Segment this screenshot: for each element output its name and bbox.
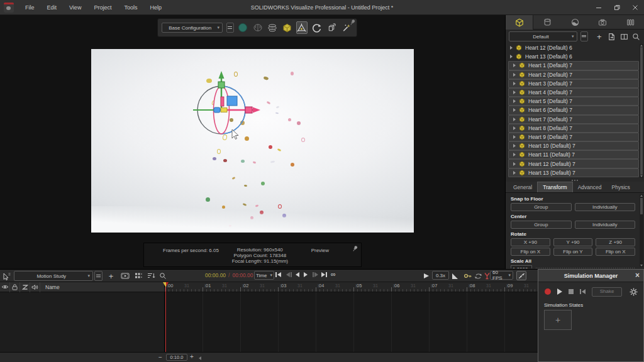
pin-icon[interactable] <box>350 19 355 26</box>
expand-caret-icon[interactable] <box>513 171 516 175</box>
select-keyframes-icon[interactable] <box>1 271 12 281</box>
menu-item[interactable]: View <box>63 0 87 15</box>
loop-playback-icon[interactable]: ∞ <box>331 270 336 278</box>
go-to-start-button[interactable] <box>275 272 281 277</box>
properties-tab[interactable]: General <box>508 182 537 192</box>
playback-speed-field[interactable]: 0.3x <box>432 271 449 280</box>
model-tree-item[interactable]: Heart 2 (Default) 7 <box>508 70 639 79</box>
play-simulation-button[interactable] <box>557 288 562 295</box>
gizmo-y-handle[interactable] <box>218 82 225 88</box>
libraries-tab-icon[interactable] <box>616 15 644 30</box>
zoom-in-button[interactable]: + <box>190 353 194 360</box>
keyframe-key-icon[interactable] <box>462 271 473 281</box>
menu-item[interactable]: Tools <box>118 0 143 15</box>
appearances-tab-icon[interactable] <box>533 15 561 30</box>
model-cube-icon[interactable] <box>282 21 292 34</box>
model-tree-item[interactable]: Heart 9 (Default) 7 <box>508 133 639 141</box>
properties-tab[interactable]: Physics <box>606 182 635 192</box>
menu-item[interactable]: File <box>19 0 41 15</box>
record-button[interactable] <box>545 288 551 295</box>
model-tree-item[interactable]: Heart 12 (Default) 7 <box>508 159 639 168</box>
model-tree-item[interactable]: Heart 1 (Default) 7 <box>508 61 639 70</box>
expand-caret-icon[interactable] <box>513 90 516 94</box>
go-to-end-button[interactable] <box>321 272 327 277</box>
expand-caret-icon[interactable] <box>513 144 516 148</box>
configuration-menu-button[interactable] <box>226 23 234 33</box>
sort-order-icon[interactable] <box>146 271 157 281</box>
transform-gizmo-icon[interactable] <box>296 21 308 34</box>
stop-simulation-button[interactable] <box>569 289 574 294</box>
model-tree-item[interactable]: Heart 7 (Default) 7 <box>508 115 639 124</box>
transform-button[interactable]: Individually <box>575 203 636 211</box>
add-motion-study-button[interactable]: + <box>106 271 116 281</box>
transform-button[interactable]: Flip on Y <box>553 248 593 256</box>
environments-tab-icon[interactable] <box>561 15 589 30</box>
properties-scrollbar[interactable] <box>640 194 643 267</box>
model-set-menu-button[interactable] <box>580 31 588 41</box>
playhead[interactable] <box>165 282 166 352</box>
model-tree-item[interactable]: Heart 10 (Default) 7 <box>508 141 639 150</box>
split-view-icon[interactable] <box>619 31 629 41</box>
motion-study-dropdown[interactable]: Motion Study ▾ <box>14 271 93 281</box>
step-forward-button[interactable] <box>313 272 318 277</box>
playback-range-icon[interactable] <box>424 273 429 278</box>
expand-caret-icon[interactable] <box>513 135 516 139</box>
model-tree-item[interactable]: Heart 12 (Default) 6 <box>506 43 639 52</box>
expand-caret-icon[interactable] <box>513 153 516 156</box>
shake-button[interactable]: Shake <box>592 287 622 297</box>
model-tree-item[interactable]: Heart 3 (Default) 7 <box>508 79 639 88</box>
lock-icon[interactable] <box>10 282 20 292</box>
transform-button[interactable]: Flip on X <box>511 248 550 256</box>
properties-tab[interactable]: Transform <box>537 182 572 192</box>
scale-value-field[interactable]: 1.0000 <box>511 265 532 268</box>
expand-caret-icon[interactable] <box>513 108 516 112</box>
add-simulation-state-button[interactable]: + <box>544 310 572 330</box>
expand-caret-icon[interactable] <box>510 46 513 50</box>
pin-icon[interactable] <box>352 245 358 252</box>
expand-caret-icon[interactable] <box>510 55 513 58</box>
gizmo-y-arrow[interactable] <box>219 71 225 79</box>
expand-caret-icon[interactable] <box>513 82 516 85</box>
menu-item[interactable]: Edit <box>41 0 64 15</box>
transform-gizmo[interactable] <box>177 66 265 160</box>
fps-dropdown[interactable]: 60 FPS ▾ <box>490 271 513 280</box>
viewport-3d[interactable] <box>91 49 414 233</box>
scale-cube-icon[interactable] <box>326 21 336 34</box>
close-icon[interactable]: × <box>635 271 640 280</box>
gizmo-center-handle[interactable] <box>221 108 227 112</box>
model-tree-item[interactable]: Heart 13 (Default) 6 <box>506 52 639 61</box>
rotate-icon[interactable] <box>311 21 322 34</box>
model-tree-item[interactable]: Heart 5 (Default) 7 <box>508 97 639 106</box>
timeline-duration-field[interactable]: 0:10.0 <box>166 354 187 361</box>
models-tab-icon[interactable] <box>506 15 533 30</box>
transform-button[interactable]: Individually <box>575 221 636 229</box>
render-animation-icon[interactable] <box>119 271 130 281</box>
close-button[interactable] <box>626 0 644 15</box>
model-tree-item[interactable]: Heart 13 (Default) 7 <box>508 168 639 177</box>
transform-button[interactable]: X +90 <box>511 238 550 246</box>
gizmo-z-handle[interactable] <box>221 97 224 106</box>
model-tree-item[interactable]: Heart 11 (Default) 7 <box>508 150 639 159</box>
gizmo-plane-handle[interactable] <box>227 96 237 106</box>
expand-caret-icon[interactable] <box>513 63 516 67</box>
scroll-left-arrow-icon[interactable] <box>199 356 201 360</box>
denoiser-brain-icon[interactable] <box>252 21 263 34</box>
cameras-tab-icon[interactable] <box>589 15 616 30</box>
tree-scrollbar[interactable] <box>640 44 643 178</box>
gizmo-x-arrow[interactable] <box>253 107 260 113</box>
model-set-dropdown[interactable]: Default ▾ <box>509 31 577 41</box>
model-tree-item[interactable]: Heart 4 (Default) 7 <box>508 88 639 97</box>
configuration-dropdown[interactable]: Base Configuration ▾ <box>162 23 223 33</box>
restore-button[interactable] <box>608 0 626 15</box>
search-icon[interactable] <box>157 271 168 281</box>
expand-caret-icon[interactable] <box>513 162 516 166</box>
appearance-stack-icon[interactable] <box>267 21 277 34</box>
add-model-set-button[interactable]: + <box>595 31 604 41</box>
motion-study-menu-button[interactable] <box>94 271 103 281</box>
speed-ramp-icon[interactable] <box>452 273 458 279</box>
search-icon[interactable] <box>631 31 641 41</box>
mute-icon[interactable] <box>30 282 40 292</box>
gizmo-x-handle[interactable] <box>245 107 252 113</box>
minimize-button[interactable] <box>589 0 608 15</box>
render-circle-icon[interactable] <box>238 21 248 34</box>
